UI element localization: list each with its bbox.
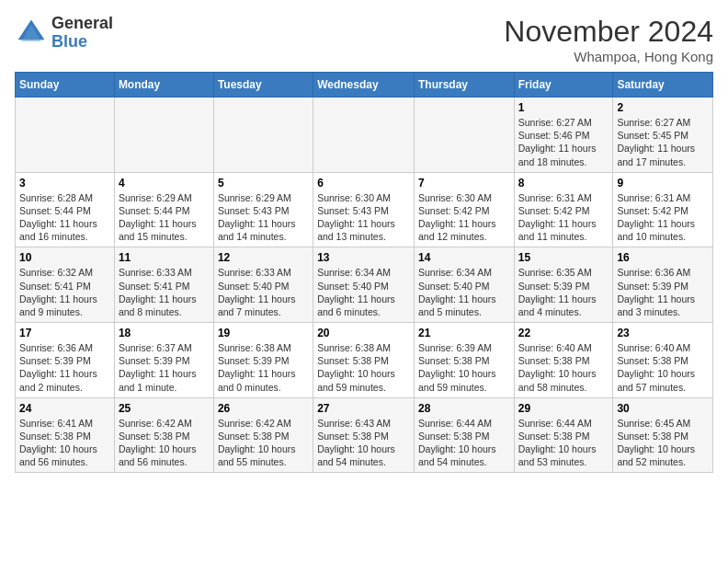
calendar-week-row: 17Sunrise: 6:36 AM Sunset: 5:39 PM Dayli… — [16, 323, 713, 398]
day-number: 1 — [518, 101, 609, 114]
calendar-cell: 5Sunrise: 6:29 AM Sunset: 5:43 PM Daylig… — [213, 172, 313, 247]
day-info: Sunrise: 6:37 AM Sunset: 5:39 PM Dayligh… — [119, 341, 210, 394]
day-info: Sunrise: 6:42 AM Sunset: 5:38 PM Dayligh… — [218, 417, 309, 469]
calendar-cell: 12Sunrise: 6:33 AM Sunset: 5:40 PM Dayli… — [213, 247, 313, 323]
day-number: 17 — [19, 327, 110, 339]
day-number: 11 — [119, 251, 210, 264]
weekday-header-row: SundayMondayTuesdayWednesdayThursdayFrid… — [16, 73, 713, 98]
calendar-cell — [213, 98, 313, 173]
day-number: 2 — [617, 101, 709, 114]
day-info: Sunrise: 6:31 AM Sunset: 5:42 PM Dayligh… — [518, 191, 609, 244]
logo-general: General — [51, 14, 113, 32]
weekday-header: Friday — [514, 73, 613, 98]
day-number: 24 — [19, 402, 110, 415]
day-number: 15 — [518, 251, 609, 264]
day-info: Sunrise: 6:45 AM Sunset: 5:38 PM Dayligh… — [617, 417, 709, 469]
page-header: General Blue November 2024 Whampoa, Hong… — [15, 15, 713, 64]
calendar-cell: 9Sunrise: 6:31 AM Sunset: 5:42 PM Daylig… — [613, 172, 713, 247]
calendar-cell: 7Sunrise: 6:30 AM Sunset: 5:42 PM Daylig… — [414, 172, 514, 247]
day-number: 7 — [418, 177, 510, 190]
calendar-cell: 2Sunrise: 6:27 AM Sunset: 5:45 PM Daylig… — [613, 98, 713, 173]
day-info: Sunrise: 6:36 AM Sunset: 5:39 PM Dayligh… — [617, 266, 709, 318]
calendar-cell: 29Sunrise: 6:44 AM Sunset: 5:38 PM Dayli… — [514, 397, 613, 473]
logo-text: General Blue — [51, 15, 113, 52]
day-info: Sunrise: 6:33 AM Sunset: 5:40 PM Dayligh… — [218, 266, 309, 318]
day-number: 18 — [119, 327, 210, 339]
day-info: Sunrise: 6:40 AM Sunset: 5:38 PM Dayligh… — [617, 341, 709, 394]
day-number: 20 — [317, 327, 410, 339]
calendar-week-row: 24Sunrise: 6:41 AM Sunset: 5:38 PM Dayli… — [16, 397, 713, 473]
day-number: 12 — [218, 251, 309, 264]
day-info: Sunrise: 6:38 AM Sunset: 5:39 PM Dayligh… — [218, 341, 309, 394]
weekday-header: Wednesday — [313, 73, 415, 98]
calendar-cell: 13Sunrise: 6:34 AM Sunset: 5:40 PM Dayli… — [313, 247, 415, 323]
calendar-cell: 22Sunrise: 6:40 AM Sunset: 5:38 PM Dayli… — [514, 323, 613, 398]
day-number: 14 — [418, 251, 510, 264]
calendar-cell: 17Sunrise: 6:36 AM Sunset: 5:39 PM Dayli… — [16, 323, 115, 398]
day-info: Sunrise: 6:29 AM Sunset: 5:44 PM Dayligh… — [119, 191, 210, 244]
calendar-cell: 1Sunrise: 6:27 AM Sunset: 5:46 PM Daylig… — [514, 98, 613, 173]
day-info: Sunrise: 6:29 AM Sunset: 5:43 PM Dayligh… — [218, 191, 309, 244]
day-number: 19 — [218, 327, 309, 339]
day-info: Sunrise: 6:30 AM Sunset: 5:43 PM Dayligh… — [317, 191, 410, 244]
calendar-cell: 6Sunrise: 6:30 AM Sunset: 5:43 PM Daylig… — [313, 172, 415, 247]
day-number: 29 — [518, 402, 609, 415]
calendar-cell: 25Sunrise: 6:42 AM Sunset: 5:38 PM Dayli… — [114, 397, 213, 473]
day-info: Sunrise: 6:38 AM Sunset: 5:38 PM Dayligh… — [317, 341, 410, 394]
day-number: 21 — [418, 327, 510, 339]
day-info: Sunrise: 6:34 AM Sunset: 5:40 PM Dayligh… — [418, 266, 510, 318]
calendar-cell — [114, 98, 213, 173]
calendar-cell — [313, 98, 415, 173]
calendar-cell: 23Sunrise: 6:40 AM Sunset: 5:38 PM Dayli… — [613, 323, 713, 398]
weekday-header: Tuesday — [213, 73, 313, 98]
calendar-cell: 26Sunrise: 6:42 AM Sunset: 5:38 PM Dayli… — [213, 397, 313, 473]
weekday-header: Monday — [114, 73, 213, 98]
day-info: Sunrise: 6:33 AM Sunset: 5:41 PM Dayligh… — [119, 266, 210, 318]
day-number: 25 — [119, 402, 210, 415]
calendar-cell: 8Sunrise: 6:31 AM Sunset: 5:42 PM Daylig… — [514, 172, 613, 247]
calendar-week-row: 3Sunrise: 6:28 AM Sunset: 5:44 PM Daylig… — [16, 172, 713, 247]
calendar-cell: 20Sunrise: 6:38 AM Sunset: 5:38 PM Dayli… — [313, 323, 415, 398]
day-info: Sunrise: 6:39 AM Sunset: 5:38 PM Dayligh… — [418, 341, 510, 394]
day-number: 5 — [218, 177, 309, 190]
day-number: 27 — [317, 402, 410, 415]
day-number: 10 — [19, 251, 110, 264]
calendar-cell: 16Sunrise: 6:36 AM Sunset: 5:39 PM Dayli… — [613, 247, 713, 323]
day-number: 22 — [518, 327, 609, 339]
day-info: Sunrise: 6:41 AM Sunset: 5:38 PM Dayligh… — [19, 417, 110, 469]
calendar-cell — [414, 98, 514, 173]
day-info: Sunrise: 6:31 AM Sunset: 5:42 PM Dayligh… — [617, 191, 709, 244]
calendar-cell: 4Sunrise: 6:29 AM Sunset: 5:44 PM Daylig… — [114, 172, 213, 247]
day-info: Sunrise: 6:27 AM Sunset: 5:46 PM Dayligh… — [518, 116, 609, 168]
day-number: 23 — [617, 327, 709, 339]
day-number: 8 — [518, 177, 609, 190]
title-block: November 2024 Whampoa, Hong Kong — [504, 15, 713, 64]
day-info: Sunrise: 6:30 AM Sunset: 5:42 PM Dayligh… — [418, 191, 510, 244]
day-info: Sunrise: 6:40 AM Sunset: 5:38 PM Dayligh… — [518, 341, 609, 394]
day-info: Sunrise: 6:28 AM Sunset: 5:44 PM Dayligh… — [19, 191, 110, 244]
calendar-cell: 24Sunrise: 6:41 AM Sunset: 5:38 PM Dayli… — [16, 397, 115, 473]
day-info: Sunrise: 6:44 AM Sunset: 5:38 PM Dayligh… — [418, 417, 510, 469]
calendar-cell: 18Sunrise: 6:37 AM Sunset: 5:39 PM Dayli… — [114, 323, 213, 398]
day-number: 4 — [119, 177, 210, 190]
weekday-header: Saturday — [613, 73, 713, 98]
calendar-table: SundayMondayTuesdayWednesdayThursdayFrid… — [15, 72, 713, 473]
calendar-cell: 11Sunrise: 6:33 AM Sunset: 5:41 PM Dayli… — [114, 247, 213, 323]
day-info: Sunrise: 6:27 AM Sunset: 5:45 PM Dayligh… — [617, 116, 709, 168]
day-info: Sunrise: 6:32 AM Sunset: 5:41 PM Dayligh… — [19, 266, 110, 318]
day-info: Sunrise: 6:43 AM Sunset: 5:38 PM Dayligh… — [317, 417, 410, 469]
weekday-header: Thursday — [414, 73, 514, 98]
day-info: Sunrise: 6:44 AM Sunset: 5:38 PM Dayligh… — [518, 417, 609, 469]
day-number: 3 — [19, 177, 110, 190]
location: Whampoa, Hong Kong — [504, 49, 713, 64]
day-number: 30 — [617, 402, 709, 415]
logo-blue: Blue — [51, 32, 87, 51]
calendar-week-row: 1Sunrise: 6:27 AM Sunset: 5:46 PM Daylig… — [16, 98, 713, 173]
calendar-cell: 21Sunrise: 6:39 AM Sunset: 5:38 PM Dayli… — [414, 323, 514, 398]
calendar-cell: 14Sunrise: 6:34 AM Sunset: 5:40 PM Dayli… — [414, 247, 514, 323]
calendar-cell: 10Sunrise: 6:32 AM Sunset: 5:41 PM Dayli… — [16, 247, 115, 323]
day-info: Sunrise: 6:36 AM Sunset: 5:39 PM Dayligh… — [19, 341, 110, 394]
day-number: 13 — [317, 251, 410, 264]
day-info: Sunrise: 6:34 AM Sunset: 5:40 PM Dayligh… — [317, 266, 410, 318]
calendar-cell: 19Sunrise: 6:38 AM Sunset: 5:39 PM Dayli… — [213, 323, 313, 398]
